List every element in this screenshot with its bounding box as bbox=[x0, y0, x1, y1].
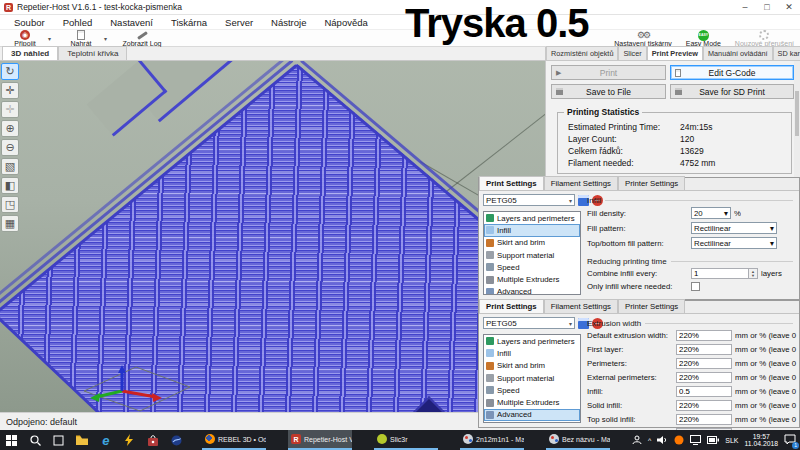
tab-printer-settings[interactable]: Printer Settings bbox=[618, 176, 685, 190]
edit-gcode-button[interactable]: Edit G-Code bbox=[670, 65, 794, 80]
extrusion-input[interactable] bbox=[676, 358, 732, 369]
tab-filament-settings[interactable]: Filament Settings bbox=[544, 299, 618, 313]
minimize-button[interactable]: – bbox=[734, 0, 756, 14]
tray-chevron-icon[interactable]: ^ bbox=[648, 437, 651, 444]
menu-item-nástroje[interactable]: Nástroje bbox=[271, 17, 306, 28]
volume-icon[interactable] bbox=[657, 435, 668, 445]
taskbar-app-slic3r[interactable]: Slic3r bbox=[374, 430, 438, 450]
view-top-icon[interactable]: ◳ bbox=[1, 196, 19, 213]
connect-button[interactable]: ◉ Připojit bbox=[2, 30, 48, 47]
menu-item-pohled[interactable]: Pohled bbox=[63, 17, 93, 28]
display-icon[interactable] bbox=[690, 435, 701, 445]
menu-item-soubor[interactable]: Soubor bbox=[14, 17, 45, 28]
avast-icon[interactable] bbox=[674, 435, 684, 445]
taskbar-app-label: 2n12m1n1 - Malov... bbox=[476, 436, 524, 443]
menu-item-server[interactable]: Server bbox=[225, 17, 253, 28]
file-explorer-icon[interactable] bbox=[71, 430, 95, 450]
tab-rozmístění-objektů[interactable]: Rozmístění objektů bbox=[546, 46, 618, 60]
people-icon[interactable] bbox=[632, 435, 642, 445]
save-to-file-button[interactable]: Save to File bbox=[551, 84, 666, 99]
clock[interactable]: 19:57 11.04.2018 bbox=[745, 433, 779, 448]
spinner-control[interactable]: ▲▼ bbox=[749, 268, 758, 279]
taskbar-app-repetier[interactable]: RRepetier-Host V1.6... bbox=[288, 430, 352, 450]
category-advanced[interactable]: Advanced bbox=[484, 286, 580, 295]
rotate-icon[interactable]: ↻ bbox=[1, 63, 19, 80]
load-dropdown-icon[interactable]: ▾ bbox=[104, 35, 107, 42]
menu-item-nápověda[interactable]: Nápověda bbox=[324, 17, 367, 28]
view-iso-icon[interactable]: ▧ bbox=[1, 158, 19, 175]
task-view-icon[interactable] bbox=[47, 430, 71, 450]
tab-printer-settings[interactable]: Printer Settings bbox=[618, 299, 685, 313]
tab-temperature-curve[interactable]: Teplotní křivka bbox=[58, 46, 127, 60]
save-for-sd-button[interactable]: Save for SD Print bbox=[670, 84, 794, 99]
extrusion-input[interactable] bbox=[676, 400, 732, 411]
edge-icon[interactable]: e bbox=[94, 430, 118, 450]
extrusion-input[interactable] bbox=[676, 414, 732, 425]
category-support-material[interactable]: Support material bbox=[484, 372, 580, 384]
only-infill-checkbox[interactable] bbox=[691, 282, 700, 291]
menu-item-nastavení[interactable]: Nastavení bbox=[110, 17, 153, 28]
taskbar-app-paint[interactable]: 2n12m1n1 - Malov... bbox=[460, 430, 524, 450]
move-viewpoint-icon[interactable]: ✛ bbox=[1, 101, 19, 118]
battery-icon[interactable] bbox=[707, 436, 719, 444]
top-fill-pattern-select[interactable]: Rectilinear ▾ bbox=[691, 237, 777, 249]
category-infill[interactable]: Infill bbox=[484, 224, 580, 236]
winamp-icon[interactable] bbox=[118, 430, 142, 450]
tab-manuální-ovládání[interactable]: Manuální ovládání bbox=[703, 46, 773, 60]
print-button[interactable]: ▶ Print bbox=[551, 65, 666, 80]
emergency-stop-button[interactable]: Nouzové přerušení bbox=[733, 30, 796, 47]
start-button[interactable] bbox=[0, 430, 24, 450]
preset-combobox[interactable]: PETG05 ▾ bbox=[483, 317, 575, 329]
tab-slicer[interactable]: Slicer bbox=[618, 46, 646, 60]
preview-scrollbar[interactable] bbox=[794, 61, 800, 177]
notification-center-icon[interactable]: 1 bbox=[784, 434, 796, 447]
connect-dropdown-icon[interactable]: ▾ bbox=[48, 35, 51, 42]
store-icon[interactable] bbox=[141, 430, 165, 450]
printer-settings-button[interactable]: ⚙⚙ Nastavení tiskárny bbox=[612, 30, 674, 47]
extrusion-input[interactable] bbox=[676, 372, 732, 383]
menu-item-tiskárna[interactable]: Tiskárna bbox=[171, 17, 207, 28]
category-multiple-extruders[interactable]: Multiple Extruders bbox=[484, 396, 580, 408]
load-button[interactable]: Nahrát bbox=[58, 30, 104, 47]
category-layers-and-perimeters[interactable]: Layers and perimeters bbox=[484, 212, 580, 224]
tab-print-settings[interactable]: Print Settings bbox=[479, 299, 544, 313]
category-infill[interactable]: Infill bbox=[484, 347, 580, 359]
zoom-in-icon[interactable]: ⊕ bbox=[1, 120, 19, 137]
close-button[interactable]: ✕ bbox=[778, 0, 800, 14]
search-icon[interactable] bbox=[24, 430, 48, 450]
show-log-button[interactable]: Zobrazit Log bbox=[112, 30, 172, 47]
fill-density-combobox[interactable]: 20 ▾ bbox=[691, 207, 731, 219]
layers-and-perimeters-icon bbox=[486, 214, 494, 222]
category-skirt-and-brim[interactable]: Skirt and brim bbox=[484, 237, 580, 249]
tab-filament-settings[interactable]: Filament Settings bbox=[544, 176, 618, 190]
category-support-material[interactable]: Support material bbox=[484, 249, 580, 261]
viewport-3d[interactable]: ↻✛✛⊕⊖▧◧◳▦ bbox=[0, 61, 545, 412]
category-skirt-and-brim[interactable]: Skirt and brim bbox=[484, 360, 580, 372]
tab-print-preview[interactable]: Print Preview bbox=[647, 46, 703, 60]
tab-sd-karta[interactable]: SD karta bbox=[773, 46, 800, 60]
maximize-button[interactable]: □ bbox=[756, 0, 778, 14]
move-icon[interactable]: ✛ bbox=[1, 82, 19, 99]
category-layers-and-perimeters[interactable]: Layers and perimeters bbox=[484, 335, 580, 347]
category-multiple-extruders[interactable]: Multiple Extruders bbox=[484, 273, 580, 285]
extrusion-input[interactable] bbox=[676, 330, 732, 341]
tab-3d-view[interactable]: 3D náhled bbox=[2, 46, 58, 60]
extrusion-input[interactable] bbox=[676, 344, 732, 355]
taskbar-app-paint[interactable]: Bez názvu - Malová... bbox=[546, 430, 610, 450]
category-advanced[interactable]: Advanced bbox=[484, 409, 580, 421]
app-icon-blue[interactable] bbox=[165, 430, 189, 450]
category-speed[interactable]: Speed bbox=[484, 384, 580, 396]
view-front-icon[interactable]: ◧ bbox=[1, 177, 19, 194]
combine-infill-input[interactable] bbox=[691, 268, 749, 279]
easy-mode-button[interactable]: EASY Easy Mode bbox=[684, 30, 723, 47]
zoom-out-icon[interactable]: ⊖ bbox=[1, 139, 19, 156]
fill-pattern-select[interactable]: Rectilinear ▾ bbox=[691, 222, 777, 234]
extrusion-input[interactable] bbox=[676, 386, 732, 397]
category-speed[interactable]: Speed bbox=[484, 261, 580, 273]
language-indicator[interactable]: SLK bbox=[725, 437, 738, 444]
category-output-options[interactable]: Output options bbox=[484, 421, 580, 423]
tab-print-settings[interactable]: Print Settings bbox=[479, 176, 544, 190]
taskbar-app-firefox[interactable]: REBEL 3D • Odeslat... bbox=[202, 430, 266, 450]
preset-combobox[interactable]: PETG05 ▾ bbox=[483, 194, 575, 206]
fit-view-icon[interactable]: ▦ bbox=[1, 215, 19, 232]
